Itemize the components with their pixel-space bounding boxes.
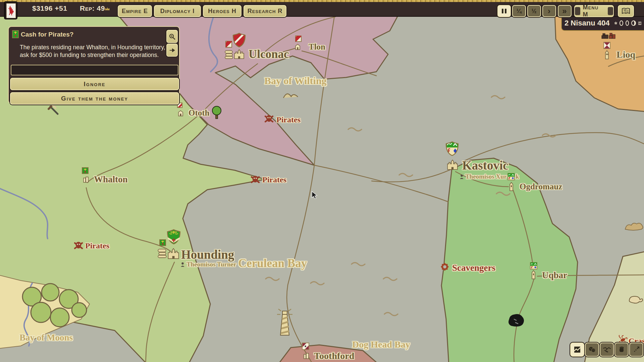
faction-label-pirates-1[interactable]: Pirates xyxy=(276,115,301,124)
speed-quarter-button[interactable]: ¼ xyxy=(512,5,526,17)
city-label-ulconac[interactable]: Ulconac xyxy=(249,48,289,61)
menu-slot-right xyxy=(608,7,613,15)
trajectory-arrow-icon xyxy=(632,346,640,354)
kastovic-flag-small xyxy=(507,173,515,180)
water-label-cerulean-bay: Cerulean Bay xyxy=(238,257,307,270)
faction-label-pirates-2[interactable]: Pirates xyxy=(262,175,286,184)
gold-braid xyxy=(0,0,644,2)
town-icon-tlon xyxy=(294,43,301,50)
mouse-cursor xyxy=(311,191,318,200)
person-icon xyxy=(180,262,185,267)
encyclopedia-button[interactable]: ? xyxy=(618,5,634,17)
top-bar: $3196 +51 Rep: 49 Empire E Diplomacy I H… xyxy=(0,0,644,17)
toothford-flag[interactable] xyxy=(302,343,309,350)
hounding-flag-icon xyxy=(12,30,19,38)
faction-label-pirates-3[interactable]: Pirates xyxy=(85,241,109,250)
castle-icon-hounding xyxy=(167,247,180,260)
tower-icon-ogdromauz xyxy=(508,181,514,191)
pirates-icon-3[interactable] xyxy=(73,241,84,250)
hounding-flag[interactable] xyxy=(159,239,166,246)
lioq-flag[interactable] xyxy=(603,42,610,49)
player-flag-icon[interactable] xyxy=(5,2,17,19)
money-display: $3196 +51 xyxy=(32,4,67,12)
ulconac-shield[interactable] xyxy=(232,32,246,48)
heroes-button[interactable]: Heroes H xyxy=(203,5,241,17)
whalton-flag[interactable] xyxy=(82,167,89,174)
town-icon-whalton xyxy=(83,176,89,183)
kastovic-shield[interactable] xyxy=(445,141,459,156)
svg-text:?: ? xyxy=(623,9,626,13)
coins-icon-hounding xyxy=(157,248,168,258)
hero-label-xur-suffix: k xyxy=(516,173,519,180)
pause-button[interactable] xyxy=(497,5,511,17)
zoom-to-event-button[interactable] xyxy=(166,30,178,43)
pirates-icon-1[interactable] xyxy=(264,114,274,123)
speed-fast-button[interactable]: » xyxy=(558,5,572,17)
speed-half-button[interactable]: ½ xyxy=(527,5,541,17)
city-label-kastovic[interactable]: Kastovic xyxy=(462,158,508,173)
town-label-tlon[interactable]: Tlon xyxy=(309,42,325,52)
reputation-display: Rep: 49 xyxy=(80,4,105,12)
red-lion-emblem xyxy=(7,4,15,17)
city-label-hounding[interactable]: Hounding xyxy=(181,247,234,262)
hero-label-xur-prefix: Theomisos Xur xyxy=(465,173,507,180)
ignore-button[interactable]: Ignore xyxy=(10,78,179,90)
crown-icon xyxy=(105,7,110,11)
water-label-bay-of-wilting: Bay of Wilting xyxy=(264,75,327,86)
military-button[interactable] xyxy=(614,343,629,357)
date-display: 2 Nisanu 404 xyxy=(565,19,610,27)
town-icon-ototh xyxy=(177,109,184,117)
castle-icon-kastovic xyxy=(446,159,459,171)
ulconac-flag[interactable] xyxy=(225,41,232,48)
tower-icon-uqbar xyxy=(531,269,536,280)
dialog-body-text: The pirates residing near Whalton, in Ho… xyxy=(20,44,171,59)
game-screen: Ulconac Tlon Bay of Wilting Ototh Pirate… xyxy=(0,0,644,362)
book-icon: ? xyxy=(622,7,630,15)
faction-label-scavengers[interactable]: Scavengers xyxy=(452,263,495,273)
give-money-button[interactable]: Give them the money xyxy=(10,92,179,105)
town-label-lioq[interactable]: Lioq xyxy=(616,49,635,60)
castle-icon xyxy=(233,48,245,60)
factions-button[interactable] xyxy=(585,343,599,357)
diplomacy-map-button[interactable] xyxy=(600,343,614,357)
town-icon-toothford xyxy=(303,352,310,359)
moon-phase-icon-1 xyxy=(620,20,623,26)
research-button[interactable]: Research R xyxy=(244,5,286,17)
town-label-toothford[interactable]: Toothford xyxy=(314,351,354,361)
water-label-bay-of-moons: Bay of Moons xyxy=(19,333,73,343)
menu-button[interactable]: Menu M xyxy=(574,5,614,17)
person-icon xyxy=(460,174,464,179)
hero-hounding[interactable]: Theomisos Turner xyxy=(180,261,236,268)
dialog-title: Cash for Pirates? xyxy=(21,31,73,38)
fist-icon xyxy=(618,346,626,354)
town-label-uqbar[interactable]: Uqbar xyxy=(542,270,567,281)
map-mode-button[interactable] xyxy=(570,343,584,357)
empire-button[interactable]: Empire E xyxy=(118,5,152,17)
town-label-whalton[interactable]: Whalton xyxy=(94,174,128,185)
diplomacy-button[interactable]: Diplomacy I xyxy=(154,5,201,17)
hounding-shield[interactable] xyxy=(166,229,181,245)
hero-kastovic[interactable]: Theomisos Xur k xyxy=(460,173,519,180)
event-dialog: Cash for Pirates? The pirates residing n… xyxy=(8,26,180,104)
scavengers-icon[interactable] xyxy=(439,261,450,272)
pause-icon xyxy=(502,9,506,13)
pirates-icon-2[interactable] xyxy=(250,175,261,184)
season-flower-icon xyxy=(614,20,618,26)
masks-icon xyxy=(588,346,596,354)
water-label-dog-head-bay: Dog Head Bay xyxy=(352,339,410,350)
map-icon xyxy=(573,346,581,354)
speed-play-button[interactable]: › xyxy=(542,5,556,17)
range-button[interactable] xyxy=(629,343,643,357)
dialog-input-panel[interactable] xyxy=(11,65,178,75)
tlon-flag[interactable] xyxy=(295,36,302,42)
moon-phase-icon-3 xyxy=(631,20,636,26)
magnifier-icon xyxy=(169,33,175,40)
town-label-ototh[interactable]: Ototh xyxy=(189,108,210,118)
uqbar-flag[interactable] xyxy=(530,262,537,269)
hourglass-icon xyxy=(638,20,641,26)
hero-label-turner: Theomisos Turner xyxy=(186,261,236,268)
town-label-ogdromauz[interactable]: Ogdromauz xyxy=(520,182,562,191)
date-bar: 2 Nisanu 404 xyxy=(561,16,644,31)
menu-slot-left xyxy=(575,7,580,15)
tower-icon-lioq xyxy=(604,50,610,60)
